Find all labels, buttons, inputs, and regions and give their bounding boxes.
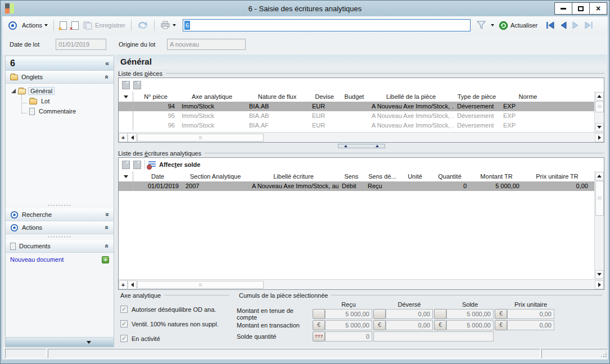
section-documents[interactable]: Documents « [6,240,114,253]
page-fold-icon[interactable] [122,81,130,89]
checkbox-desequilibre[interactable]: ✓ [120,306,128,313]
print-button[interactable] [158,21,178,30]
scroll-down-button[interactable] [595,270,604,279]
table-row[interactable]: 01/01/2019 2007 A Nouveau Axe Immo/Stock… [119,181,594,191]
col-section[interactable]: Section Analytique [182,171,248,181]
row-selector-header[interactable] [119,92,133,102]
checkbox-activite[interactable]: ✓ [120,335,128,342]
section-actions[interactable]: Actions « [6,221,114,234]
search-input[interactable]: 6 [183,19,471,31]
expand-down-icon[interactable]: « [103,213,111,217]
scroll-up-button[interactable] [595,172,604,180]
next-record-button[interactable] [571,21,580,29]
affecter-solde-button[interactable]: Affecter solde [159,161,200,168]
scroll-up-button[interactable] [595,92,604,101]
col-norme[interactable]: Norme [500,92,556,102]
scroll-left-button[interactable] [128,133,137,142]
collapse-up-icon[interactable]: « [103,226,111,230]
col-sens[interactable]: Sens [338,171,364,181]
scroll-left-button[interactable] [128,280,137,289]
euro-button[interactable]: € [434,320,446,330]
euro-button[interactable]: € [313,320,325,330]
scroll-right-button[interactable] [595,280,604,289]
scroll-thumb[interactable] [595,181,604,216]
horizontal-scrollbar[interactable]: + [119,279,604,289]
resize-grip[interactable] [606,356,607,357]
scroll-thumb[interactable] [595,101,604,112]
blank-button[interactable] [434,309,446,319]
col-devise[interactable]: Devise [309,92,340,102]
euro-button[interactable]: € [373,320,386,330]
col-quantite[interactable]: Quantité [430,171,470,181]
col-type[interactable]: Type de pièce [454,92,500,102]
tree-expander-icon[interactable] [11,89,16,93]
page-fold-arrow-icon[interactable] [133,161,141,169]
splitter-handle[interactable] [338,144,385,148]
first-record-button[interactable] [545,21,555,29]
row-selector[interactable] [119,111,133,121]
col-nature[interactable]: Nature de flux [246,92,309,102]
col-unite[interactable]: Unité [400,171,430,181]
col-sens-deverse[interactable]: Sens dé... [364,171,400,181]
close-button[interactable]: × [589,2,607,15]
table-row[interactable]: 94 Immo/Stock BIA.AB EUR A Nouveau Axe I… [119,102,594,111]
euro-button[interactable]: € [495,309,507,319]
col-montant-tr[interactable]: Montant TR [470,171,523,181]
col-budget[interactable]: Budget [340,92,368,102]
filter-button[interactable] [474,21,489,30]
tree-item-lot-label[interactable]: Lot [39,98,51,104]
actualiser-button[interactable]: Actualiser [496,21,540,30]
page-fold-icon[interactable] [122,161,130,169]
filter-menu-button[interactable] [489,24,496,26]
previous-record-button[interactable] [559,21,568,29]
sidebar-footer[interactable] [6,337,114,347]
refresh-button[interactable] [135,21,151,30]
actions-menu-button[interactable]: Actions [20,22,50,29]
euro-button[interactable]: € [495,320,507,330]
add-row-button[interactable]: + [119,133,128,142]
col-libelle-ecriture[interactable]: Libellé écriture [248,171,338,181]
delete-record-button[interactable]: × [69,21,81,30]
col-date[interactable]: Date [133,171,182,181]
save-button[interactable]: Enregistrer [81,21,128,30]
col-axe[interactable]: Axe analytique [178,92,246,102]
vertical-scrollbar[interactable] [594,171,604,279]
scroll-thumb[interactable] [137,134,264,142]
collapse-up-icon[interactable]: « [103,75,111,79]
table-row[interactable]: 95 Immo/Stock BIA.AB EUR A Nouveau Axe I… [119,111,594,121]
col-prix-unitaire-tr[interactable]: Prix unitaire TR [523,171,591,181]
scroll-right-button[interactable] [595,133,604,142]
table-row[interactable]: 96 Immo/Stock BIA.AF EUR A Nouveau Axe I… [119,121,594,130]
tree-item-commentaire-label[interactable]: Commentaire [37,108,78,115]
maximize-button[interactable] [572,2,590,15]
tree-item-general-label[interactable]: Général [28,87,55,95]
new-document-link[interactable]: Nouveau document [10,256,64,263]
scroll-down-button[interactable] [595,123,604,131]
vertical-scrollbar[interactable] [594,92,604,132]
add-document-button[interactable]: + [102,256,109,263]
add-row-button[interactable]: + [119,280,128,289]
scroll-thumb[interactable] [137,281,264,289]
blank-button[interactable] [373,309,386,319]
section-recherche[interactable]: Recherche « [6,208,114,221]
section-onglets[interactable]: Onglets « [6,71,114,84]
new-record-button[interactable]: ★ [57,21,69,30]
checkbox-ventil[interactable]: ✓ [120,320,128,327]
date-lot-field[interactable]: 01/01/2019 [56,39,106,50]
sidebar-collapse-button[interactable]: « [105,60,109,67]
horizontal-scrollbar[interactable]: + [119,132,604,142]
row-selector[interactable] [119,181,133,191]
page-fold-arrow-icon[interactable] [133,81,141,89]
col-libelle[interactable]: Libellé de la pièce [368,92,454,102]
row-selector[interactable] [119,102,133,111]
splitter[interactable] [116,143,607,149]
row-selector-header[interactable] [119,171,133,181]
row-selector[interactable] [119,121,133,130]
minimize-button[interactable] [554,2,572,15]
col-num-piece[interactable]: N° pièce [133,92,178,102]
unknown-unit-button[interactable]: ??? [313,331,325,342]
tree-item-commentaire[interactable]: Commentaire [6,106,114,116]
collapse-up-icon[interactable]: « [103,244,111,248]
origine-lot-field[interactable]: A nouveau [167,39,246,50]
last-record-button[interactable] [584,21,594,29]
